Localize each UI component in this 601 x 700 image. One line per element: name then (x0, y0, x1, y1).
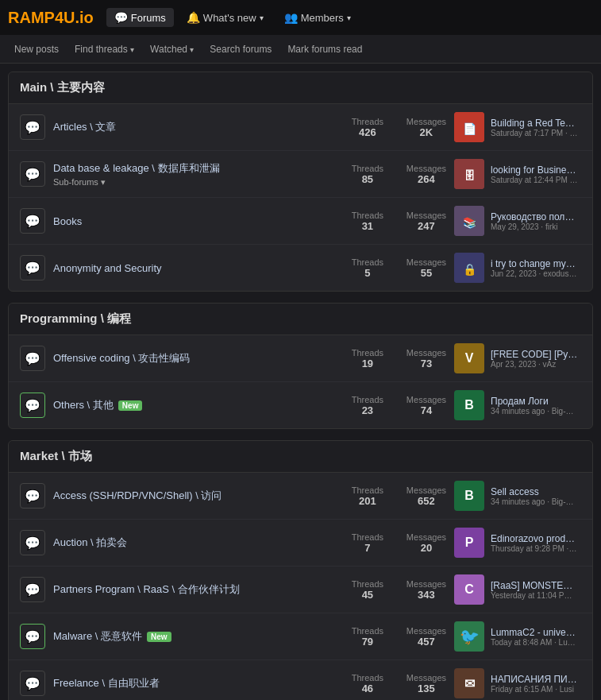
search-forums-btn[interactable]: Search forums (203, 41, 278, 58)
latest-database: 🗄 looking for Business em... Saturday at… (454, 159, 581, 189)
forum-name-offensive: Offensive coding \ 攻击性编码 (53, 351, 340, 365)
forum-icon-auction: 💬 (20, 530, 45, 555)
forum-link-articles[interactable]: Articles \ 文章 (53, 120, 116, 134)
forum-info-freelance: Freelance \ 自由职业者 (53, 676, 340, 690)
watched-btn[interactable]: Watched (144, 41, 200, 58)
forum-database: 💬 Data base & leakage \ 数据库和泄漏 Sub-forum… (9, 151, 592, 198)
latest-access: B Sell access 34 minutes ago · Big-Bro (454, 481, 581, 511)
forum-info-books: Books (53, 215, 340, 227)
forum-link-auction[interactable]: Auction \ 拍卖会 (53, 536, 127, 550)
latest-text-malware: LummaC2 - universal st... Today at 8:48 … (491, 627, 578, 647)
avatar-anonymity: 🔒 (454, 253, 484, 283)
forum-name-partners: Partners Program \ RaaS \ 合作伙伴计划 (53, 582, 340, 597)
stats-articles: Threads 426 Messages 2K (348, 117, 446, 138)
avatar-partners: C (454, 574, 484, 605)
new-posts-btn[interactable]: New posts (8, 41, 65, 58)
sub-forums-link[interactable]: Sub-forums ▾ (53, 177, 106, 187)
forum-name-freelance: Freelance \ 自由职业者 (53, 676, 340, 690)
forum-link-freelance[interactable]: Freelance \ 自由职业者 (53, 676, 160, 690)
forum-link-others-prog[interactable]: Others \ 其他 (53, 398, 114, 412)
stats-freelance: Threads 46 Messages 135 (348, 673, 446, 694)
forum-name-books: Books (53, 215, 340, 227)
sub-forums-database: Sub-forums ▾ (53, 177, 340, 188)
avatar-malware: 🐦 (454, 621, 484, 652)
search-forums-label: Search forums (210, 44, 272, 55)
stat-messages-partners: Messages 343 (406, 579, 446, 601)
forum-info-others-prog: Others \ 其他 New (53, 398, 340, 412)
forum-name-database: Data base & leakage \ 数据库和泄漏 (53, 161, 340, 176)
avatar-access: B (454, 481, 484, 511)
find-threads-btn[interactable]: Find threads (68, 41, 141, 58)
latest-text-anonymity: i try to change my imei ... Jun 22, 2023… (491, 258, 578, 278)
forum-link-malware[interactable]: Malware \ 恶意软件 (53, 629, 142, 644)
forum-icon-malware: 💬 (20, 624, 45, 649)
forum-freelance: 💬 Freelance \ 自由职业者 Threads 46 Messages … (9, 660, 592, 700)
forum-link-books[interactable]: Books (53, 215, 82, 227)
forum-info-articles: Articles \ 文章 (53, 120, 340, 134)
site-logo[interactable]: RAMP4U.io (8, 9, 94, 27)
section-market: Market \ 市场 💬 Access (SSH/RDP/VNC/Shell)… (8, 440, 593, 700)
stat-messages-malware: Messages 457 (406, 626, 446, 648)
section-market-header: Market \ 市场 (9, 441, 592, 473)
latest-others-prog: B Продам Логи 34 minutes ago · Big-Bro (454, 390, 581, 420)
nav-whats-new[interactable]: 🔔 What's new ▾ (179, 8, 272, 27)
latest-auction: P Edinorazovo prodam la... Thursday at 9… (454, 528, 581, 558)
svg-text:📚: 📚 (463, 216, 477, 230)
avatar-freelance: ✉ (454, 668, 484, 698)
stats-malware: Threads 79 Messages 457 (348, 626, 446, 648)
badge-new-others-prog: New (118, 400, 143, 411)
stat-threads-articles: Threads 426 (348, 117, 387, 138)
section-programming-header: Programming \ 编程 (9, 304, 592, 335)
section-main-header: Main \ 主要内容 (9, 72, 592, 104)
latest-freelance: ✉ НАПИСАНИЯ ПИСЕМ Н... Friday at 6:15 AM… (454, 668, 581, 698)
forum-link-offensive[interactable]: Offensive coding \ 攻击性编码 (53, 351, 190, 365)
forum-partners: 💬 Partners Program \ RaaS \ 合作伙伴计划 Threa… (9, 567, 592, 613)
forum-auction: 💬 Auction \ 拍卖会 Threads 7 Messages 20 P (9, 520, 592, 567)
forum-name-auction: Auction \ 拍卖会 (53, 536, 340, 550)
forum-name-access: Access (SSH/RDP/VNC/Shell) \ 访问 (53, 489, 340, 503)
latest-text-database: looking for Business em... Saturday at 1… (491, 164, 578, 184)
stat-messages-access: Messages 652 (406, 485, 446, 507)
section-programming: Programming \ 编程 💬 Offensive coding \ 攻击… (8, 303, 593, 429)
latest-text-articles: Building a Red Team Inf... Saturday at 7… (491, 118, 578, 137)
stat-threads-offensive: Threads 19 (348, 348, 387, 369)
latest-text-partners: [RaaS] MONSTER Ranso... Yesterday at 11:… (491, 580, 578, 600)
forum-info-offensive: Offensive coding \ 攻击性编码 (53, 351, 340, 365)
forum-link-anonymity[interactable]: Anonymity and Security (53, 262, 162, 274)
main-content: Main \ 主要内容 💬 Articles \ 文章 Threads 426 … (0, 64, 601, 700)
stat-threads-anonymity: Threads 5 (348, 257, 387, 279)
stat-messages-books: Messages 247 (406, 211, 446, 232)
stat-messages-freelance: Messages 135 (406, 673, 446, 694)
find-threads-label: Find threads (75, 44, 128, 55)
nav-members[interactable]: 👥 Members ▾ (276, 8, 359, 27)
stats-books: Threads 31 Messages 247 (348, 211, 446, 232)
latest-books: 📚 Руководство пользова... May 29, 2023 ·… (454, 206, 581, 236)
latest-text-freelance: НАПИСАНИЯ ПИСЕМ Н... Friday at 6:15 AM ·… (491, 674, 578, 694)
forum-link-partners[interactable]: Partners Program \ RaaS \ 合作伙伴计划 (53, 582, 240, 597)
mark-read-btn[interactable]: Mark forums read (281, 41, 368, 58)
stat-messages-database: Messages 264 (406, 164, 446, 185)
stat-messages-auction: Messages 20 (406, 532, 446, 554)
forum-link-access[interactable]: Access (SSH/RDP/VNC/Shell) \ 访问 (53, 489, 222, 503)
forum-books: 💬 Books Threads 31 Messages 247 📚 (9, 198, 592, 245)
whats-new-icon: 🔔 (187, 11, 200, 24)
stat-threads-partners: Threads 45 (348, 579, 387, 601)
latest-text-others-prog: Продам Логи 34 minutes ago · Big-Bro (491, 396, 578, 416)
latest-partners: C [RaaS] MONSTER Ranso... Yesterday at 1… (454, 574, 581, 605)
forum-icon-freelance: 💬 (20, 671, 45, 696)
latest-articles: 📄 Building a Red Team Inf... Saturday at… (454, 112, 581, 142)
forum-info-anonymity: Anonymity and Security (53, 262, 340, 274)
svg-text:🗄: 🗄 (464, 169, 475, 182)
stat-threads-malware: Threads 79 (348, 626, 387, 648)
forum-info-partners: Partners Program \ RaaS \ 合作伙伴计划 (53, 582, 340, 597)
svg-text:📄: 📄 (463, 122, 477, 136)
stats-database: Threads 85 Messages 264 (348, 164, 446, 185)
mark-read-label: Mark forums read (287, 44, 362, 55)
forum-articles: 💬 Articles \ 文章 Threads 426 Messages 2K … (9, 104, 592, 151)
stat-messages-anonymity: Messages 55 (406, 257, 446, 279)
members-label: Members (301, 12, 344, 24)
forum-link-database[interactable]: Data base & leakage \ 数据库和泄漏 (53, 161, 220, 176)
nav-forums[interactable]: 💬 Forums (106, 8, 174, 27)
svg-text:🔒: 🔒 (463, 263, 477, 277)
whats-new-label: What's new (203, 12, 256, 24)
